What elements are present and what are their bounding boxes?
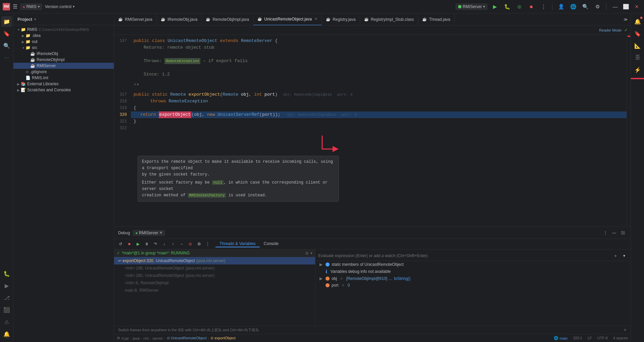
sidebar-item-bookmark[interactable]: 🔖 (1, 28, 12, 39)
left-sidebar: 📁 🔖 🔍 ··· 🐛 ▶ ⎇ ⬛ ⚠ 🔔 (0, 13, 13, 342)
debug-minimize-button[interactable]: — (610, 229, 618, 237)
settings-button[interactable]: ⚙ (593, 2, 602, 11)
tab-unicastremoteobject[interactable]: ☕ UnicastRemoteObject.java ✕ (253, 13, 322, 26)
debug-button[interactable]: 🐛 (502, 2, 512, 11)
notifications-icon[interactable]: 🔔 (632, 16, 643, 27)
tree-item-gitignore[interactable]: ⊘ .gitignore (13, 69, 114, 75)
step-over-button[interactable]: ↷ (152, 240, 159, 248)
run-button[interactable]: ▶ (490, 2, 500, 11)
tree-item-rmiserver[interactable]: ☕ RMIServer (13, 63, 114, 69)
var-item-port[interactable]: port = 0 (315, 282, 631, 289)
step-out-button[interactable]: ↑ (169, 240, 177, 248)
tab-iremoteobj[interactable]: ☕ IRemoteObj.java (157, 13, 202, 26)
file-icon: ⊘ (26, 69, 29, 74)
tree-item-scratches[interactable]: ▶ 📝 Scratches and Consoles (13, 87, 114, 93)
highlighted-method: exportObject (159, 111, 192, 118)
sidebar-item-problems[interactable]: ⚠ (1, 316, 12, 327)
run-config-selector[interactable]: RMIServer ▾ (455, 3, 488, 10)
structure-icon[interactable]: 📐 (632, 40, 643, 51)
java-tab-icon: ☕ (422, 17, 427, 21)
var-item-static[interactable]: ▶ static members of UnicastRemoteObject (315, 261, 631, 268)
debug-expand-button[interactable]: ⬛ (619, 229, 627, 237)
minimize-button[interactable]: — (610, 2, 620, 11)
maximize-button[interactable]: ⬜ (621, 2, 631, 11)
tree-item-rmisiml[interactable]: 📄 RMIS.iml (13, 75, 114, 81)
debug-more-button[interactable]: ⋮ (602, 229, 609, 237)
sidebar-item-run[interactable]: ▶ (1, 280, 12, 291)
close-debug-msg-button[interactable]: ✕ (624, 328, 627, 332)
tab-registry[interactable]: ☕ Registry.java (322, 13, 360, 26)
tostring-link[interactable]: toString() (394, 276, 410, 281)
frame-item-2[interactable]: <init>:180,UnicastRemoteObject(java.rmi.… (114, 272, 315, 279)
reader-mode-button[interactable]: Reader Mode ✓ (599, 28, 628, 33)
variables-panel: ＋ ▾ ▶ static members of UnicastRemoteObj… (315, 249, 631, 326)
tree-item-remoteobjimpl[interactable]: ☕ RemoteObjImpl (13, 57, 114, 63)
close-button[interactable]: ✕ (632, 2, 641, 11)
stop-debug-button[interactable]: ■ (126, 240, 133, 248)
bookmarks-right-icon[interactable]: 🔖 (632, 28, 643, 39)
tree-item-out[interactable]: ▶ 📁 out (13, 39, 114, 45)
search-button[interactable]: 🔍 (581, 2, 590, 11)
resume-button[interactable]: ▶ (134, 240, 142, 248)
eval-input[interactable] (318, 253, 612, 258)
run-to-cursor-button[interactable]: → (178, 240, 185, 248)
tree-item-src[interactable]: ▾ 📁 src (13, 45, 114, 51)
tab-remoteobjimpl[interactable]: ☕ RemoteObjImpl.java (202, 13, 253, 26)
pause-button[interactable]: ⏸ (143, 240, 150, 248)
code-lines[interactable]: public class UnicastRemoteObject extends… (131, 35, 627, 227)
code-line-321: } (131, 118, 627, 125)
tab-close-icon[interactable]: ✕ (314, 17, 317, 21)
frame-item-4[interactable]: main:8,RMIServer (114, 287, 315, 294)
translate-button[interactable]: 🌐 (568, 2, 578, 11)
folder-icon: 📁 (26, 33, 31, 38)
eval-more-button[interactable]: ▾ (621, 252, 628, 259)
sidebar-item-debug[interactable]: 🐛 (1, 268, 12, 279)
database-icon[interactable]: 🗄 (632, 52, 643, 63)
var-item-debug-info[interactable]: ℹ Variables debug info not available (315, 268, 631, 275)
eval-add-watch-button[interactable]: ＋ (612, 252, 619, 259)
step-into-button[interactable]: ↓ (160, 240, 168, 248)
profile-button[interactable]: 👤 (556, 2, 566, 11)
tree-item-extlibs[interactable]: ▶ 📚 External Libraries (13, 81, 114, 87)
project-switcher[interactable]: ● RMIS ▾ (20, 3, 42, 10)
hamburger-menu[interactable]: ☰ (13, 3, 17, 10)
tab-registryimpl[interactable]: ☕ RegistryImpl_Stub.class (360, 13, 418, 26)
debug-panel: Debug ● RMIServer ✕ ⋮ — ⬛ ↺ ■ ▶ ⏸ ↷ (114, 227, 631, 334)
tabs-more-button[interactable]: ≫ (621, 17, 631, 22)
rerun-button[interactable]: ↺ (117, 240, 124, 248)
code-line-empty2 (131, 64, 627, 71)
frame-item-1[interactable]: <init>:198,UnicastRemoteObject(java.rmi.… (114, 264, 315, 272)
frame-item-0[interactable]: ↩ exportObject:320,UnicastRemoteObject(j… (114, 257, 315, 264)
sidebar-item-notification[interactable]: 🔔 (1, 329, 12, 339)
sidebar-item-terminal[interactable]: ⬛ (1, 304, 12, 315)
filter-icon[interactable]: ⊟ (305, 251, 308, 255)
tree-item-rmis[interactable]: ▾ 📁 RMIS C:\Users\14341\Desktop\RMIS (13, 27, 114, 33)
code-line-returns: Returns: remote object stub (131, 44, 627, 51)
gradle-icon[interactable]: ⚡ (632, 64, 643, 75)
sidebar-item-more[interactable]: ··· (1, 52, 12, 63)
console-tab[interactable]: Console (260, 241, 283, 247)
thread-selector[interactable]: ✓ *main*@1 in group *main*: RUNNING ⊟ ▾ (114, 249, 315, 257)
tree-item-idea[interactable]: ▶ 📁 .idea (13, 33, 114, 39)
sidebar-item-find[interactable]: 🔍 (1, 40, 12, 51)
vcs-button[interactable]: Version control ▾ (45, 4, 75, 9)
threads-variables-tab[interactable]: Threads & Variables (215, 241, 260, 247)
more-actions-button[interactable]: ⋮ (539, 2, 548, 11)
eval-bar: ＋ ▾ (315, 251, 631, 261)
var-item-obj[interactable]: ▶ obj = {RemoteObjImpl@610} ... toString… (315, 275, 631, 282)
frame-item-3[interactable]: <init>:6,RemoteObjImpl (114, 279, 315, 287)
folder-icon: 📁 (21, 27, 26, 32)
debug-session-tab[interactable]: ● RMIServer ✕ (133, 230, 165, 236)
stop-button[interactable]: ■ (527, 2, 536, 11)
settings-debug-button[interactable]: ⚙ (195, 240, 203, 248)
thread-dropdown-icon[interactable]: ▾ (310, 251, 312, 255)
coverage-button[interactable]: ◎ (514, 2, 524, 11)
sidebar-item-project[interactable]: 📁 (1, 16, 12, 27)
debug-status-bar: Switch frames from anywhere in the IDE w… (114, 326, 631, 334)
sidebar-item-git[interactable]: ⎇ (1, 292, 12, 303)
tree-item-iremoteobj[interactable]: ☕ IRemoteObj (13, 51, 114, 57)
mute-breakpoints-button[interactable]: ⊘ (187, 240, 194, 248)
tab-rmiserver[interactable]: ☕ RMIServer.java (114, 13, 157, 26)
more-debug-button[interactable]: ⋮ (204, 240, 211, 248)
tab-thread[interactable]: ☕ Thread.java (418, 13, 454, 26)
